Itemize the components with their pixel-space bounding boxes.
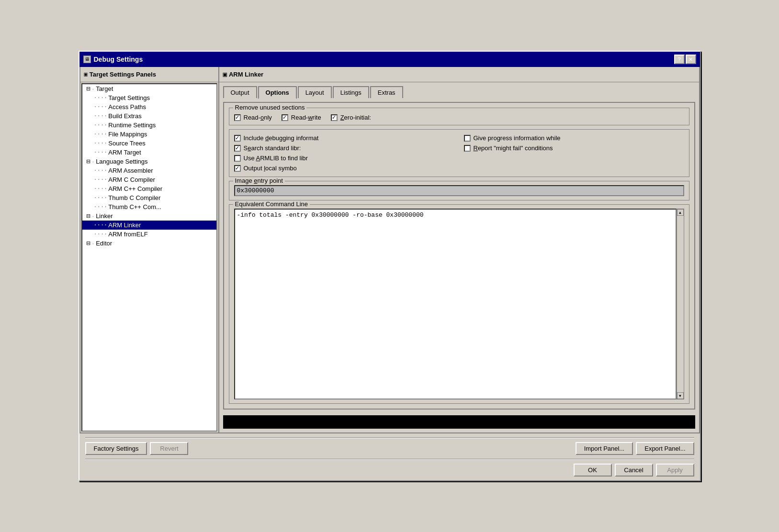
help-button[interactable]: ?	[674, 55, 685, 64]
tab-output[interactable]: Output	[223, 86, 257, 98]
tab-layout[interactable]: Layout	[298, 86, 332, 98]
checkbox-item-give-progress: Give progress information while	[464, 134, 684, 142]
tree-line-thumb-cpp: ····	[94, 204, 108, 211]
checkbox-output-local[interactable]	[234, 165, 241, 172]
image-entry-legend: Image entry point	[233, 177, 285, 184]
tab-extras[interactable]: Extras	[370, 86, 403, 98]
tree-item-arm-linker[interactable]: ···· ARM Linker	[82, 221, 216, 230]
tree-item-file-mappings[interactable]: ···· File Mappings	[82, 130, 216, 139]
checkbox-item-use-armlib: Use ARMLIB to find libr	[234, 155, 454, 162]
tree-line-file-mappings: ····	[94, 131, 108, 138]
tree-item-target-settings[interactable]: ···· Target Settings	[82, 93, 216, 102]
import-panel-button[interactable]: Import Panel...	[576, 442, 633, 455]
separator-2	[85, 459, 694, 460]
cmdline-textarea[interactable]: -info totals -entry 0x30000000 -ro-base …	[234, 209, 677, 399]
tab-listings[interactable]: Listings	[333, 86, 369, 98]
scroll-up-arrow[interactable]: ▲	[677, 209, 684, 216]
options-checkboxes-box: Include debugging informat Give progress…	[229, 129, 689, 177]
tree-line-thumb-c: ····	[94, 195, 108, 201]
tree-label-arm-target: ARM Target	[108, 149, 141, 156]
checkbox-include-debug[interactable]	[234, 135, 241, 142]
export-panel-button[interactable]: Export Panel...	[636, 442, 694, 455]
right-panel-icon: ▣	[223, 70, 227, 78]
remove-unused-fieldset: Remove unused sections Read-only Read-wr…	[229, 108, 689, 125]
tree-line-arm-assembler: ····	[94, 167, 108, 174]
tree-item-thumb-cpp-compiler[interactable]: ···· Thumb C++ Com...	[82, 202, 216, 211]
tree-label-thumb-cpp-compiler: Thumb C++ Com...	[108, 203, 161, 211]
tree-item-source-trees[interactable]: ···· Source Trees	[82, 139, 216, 148]
tree-item-editor[interactable]: ⊟ · Editor	[82, 239, 216, 248]
checkbox-read-only[interactable]	[234, 114, 241, 121]
tree-label-arm-linker: ARM Linker	[108, 222, 141, 229]
tree-line-source-trees: ····	[94, 140, 108, 147]
left-panel-header: ▣ Target Settings Panels	[80, 67, 218, 82]
checkbox-give-progress[interactable]	[464, 135, 471, 142]
status-bar	[223, 415, 695, 429]
tree-label-build-extras: Build Extras	[108, 112, 141, 120]
tree-item-linker[interactable]: ⊟ · Linker	[82, 211, 216, 221]
tree-item-language-settings[interactable]: ⊟ · Language Settings	[82, 157, 216, 166]
tree-label-runtime-settings: Runtime Settings	[108, 122, 156, 129]
label-use-armlib: Use ARMLIB to find libr	[244, 155, 308, 162]
ok-button[interactable]: OK	[574, 464, 612, 477]
tree-item-runtime-settings[interactable]: ···· Runtime Settings	[82, 121, 216, 130]
main-area: ▣ Target Settings Panels ⊟ · Target ····…	[79, 67, 700, 433]
tree-item-thumb-c-compiler[interactable]: ···· Thumb C Compiler	[82, 193, 216, 202]
checkbox-item-read-only: Read-only	[234, 114, 272, 121]
tree-item-arm-cpp-compiler[interactable]: ···· ARM C++ Compiler	[82, 184, 216, 193]
cancel-button[interactable]: Cancel	[615, 464, 653, 477]
cmdline-textarea-wrap: -info totals -entry 0x30000000 -ro-base …	[234, 209, 684, 399]
tree-item-arm-fromelf[interactable]: ···· ARM fromELF	[82, 230, 216, 239]
tree-label-access-paths: Access Paths	[108, 103, 146, 111]
checkbox-zero-initial[interactable]	[331, 114, 338, 121]
checkbox-read-write[interactable]	[282, 114, 288, 121]
checkbox-report-fail[interactable]	[464, 145, 471, 152]
tree-label-source-trees: Source Trees	[108, 140, 145, 147]
checkbox-search-stdlib[interactable]	[234, 145, 241, 152]
app-icon: 🖥	[83, 55, 91, 63]
bottom-row2: OK Cancel Apply	[85, 464, 694, 477]
checkbox-item-read-write: Read-write	[282, 114, 321, 121]
tree-expander-editor: ⊟	[86, 240, 90, 246]
left-panel-icon: ▣	[84, 71, 88, 78]
factory-settings-button[interactable]: Factory Settings	[85, 442, 147, 455]
tree-label-file-mappings: File Mappings	[108, 131, 147, 138]
tree-label-editor: Editor	[96, 240, 112, 247]
debug-settings-dialog: 🖥 Debug Settings ? ✕ ▣ Target Settings P…	[79, 51, 701, 481]
right-panel-title: ARM Linker	[229, 71, 263, 78]
tree-label-arm-assembler: ARM Assembler	[108, 167, 153, 174]
tree-item-arm-target[interactable]: ···· ARM Target	[82, 148, 216, 157]
tree-line-arm-target: ····	[94, 149, 108, 156]
tab-extras-label: Extras	[378, 89, 395, 96]
revert-button[interactable]: Revert	[150, 442, 188, 455]
remove-unused-legend: Remove unused sections	[233, 104, 307, 111]
label-output-local: Output local symbo	[244, 165, 297, 172]
label-search-stdlib: Search standard libr:	[244, 144, 301, 152]
separator-1	[85, 437, 694, 438]
bottom-area: Factory Settings Revert Import Panel... …	[79, 433, 700, 480]
tree-item-target[interactable]: ⊟ · Target	[82, 84, 216, 93]
tree-item-access-paths[interactable]: ···· Access Paths	[82, 102, 216, 111]
checkbox-item-search-stdlib: Search standard libr:	[234, 144, 454, 152]
right-panel-header: ▣ ARM Linker	[219, 67, 699, 82]
tree-container[interactable]: ⊟ · Target ···· Target Settings ···· Acc…	[81, 83, 217, 432]
tree-line-target-settings: ····	[94, 95, 108, 101]
right-panel: ▣ ARM Linker Output Options Layout	[219, 67, 699, 432]
right-content: Output Options Layout Listings Extras	[219, 82, 699, 432]
label-read-only: Read-only	[244, 114, 272, 121]
scroll-down-arrow[interactable]: ▼	[677, 392, 684, 399]
tab-options[interactable]: Options	[258, 86, 297, 99]
tree-line-arm-cpp: ····	[94, 186, 108, 192]
tree-item-arm-assembler[interactable]: ···· ARM Assembler	[82, 166, 216, 175]
tree-item-arm-c-compiler[interactable]: ···· ARM C Compiler	[82, 175, 216, 184]
close-button[interactable]: ✕	[686, 55, 696, 64]
tree-line-arm-c: ····	[94, 177, 108, 183]
tab-listings-label: Listings	[340, 89, 361, 96]
checkbox-use-armlib[interactable]	[234, 155, 241, 162]
tree-item-build-extras[interactable]: ···· Build Extras	[82, 111, 216, 121]
image-entry-input[interactable]	[234, 185, 684, 196]
label-include-debug: Include debugging informat	[244, 134, 319, 142]
cmdline-scrollbar: ▲ ▼	[677, 209, 684, 399]
cmdline-legend: Equivalent Command Line	[233, 200, 310, 208]
apply-button[interactable]: Apply	[656, 464, 694, 477]
